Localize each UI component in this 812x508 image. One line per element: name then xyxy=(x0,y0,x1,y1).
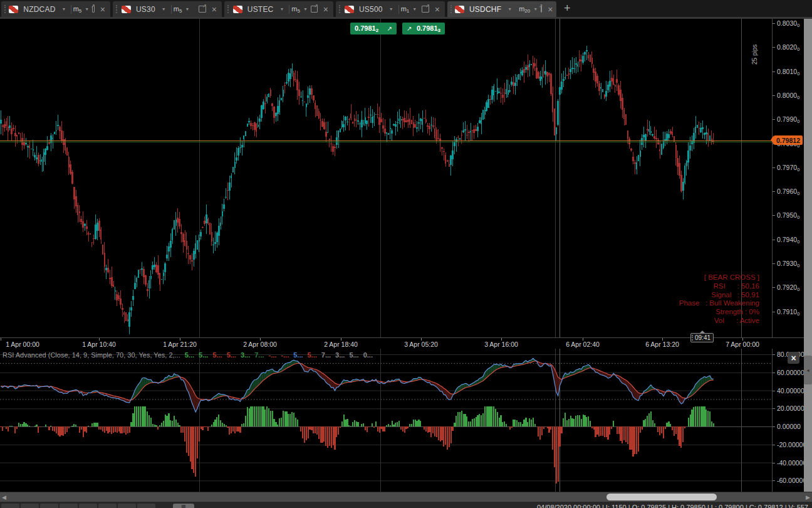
buy-button[interactable]: ↗ 0.79813 xyxy=(402,23,445,34)
scroll-right-icon[interactable]: ▶ xyxy=(806,494,810,500)
price-axis-label: 0.79300 xyxy=(777,260,799,268)
timeframe-dropdown-icon[interactable]: ▼ xyxy=(303,7,308,11)
timeframe-dropdown-icon[interactable]: ▼ xyxy=(533,7,538,11)
timeframe-label: m1 xyxy=(401,5,410,14)
close-tab-icon[interactable]: × xyxy=(548,5,553,14)
horizontal-scrollbar[interactable]: ◀ ▶ xyxy=(0,492,812,502)
right-panel-splitter[interactable]: ◂ xyxy=(804,19,812,492)
sell-button[interactable]: 0.79812 ↗ xyxy=(350,23,397,34)
time-axis[interactable]: 1 Apr 00:001 Apr 10:401 Apr 21:202 Apr 0… xyxy=(0,337,804,349)
price-tick xyxy=(773,167,775,168)
period-button[interactable] xyxy=(98,504,117,508)
tab-grip-icon xyxy=(450,5,452,13)
indicator-signal-readout: [ BEAR CROSS ] RSI : 50,16 Signal : 50,9… xyxy=(679,273,759,325)
close-tab-icon[interactable]: × xyxy=(100,5,105,14)
period-button[interactable] xyxy=(40,504,58,508)
period-button[interactable] xyxy=(137,504,155,508)
chart-shots-button[interactable]: ▦ xyxy=(173,504,194,508)
price-tick xyxy=(773,47,775,48)
current-price-line[interactable] xyxy=(0,140,772,141)
price-axis[interactable]: 0.803000.802000.801000.800000.799000.798… xyxy=(772,19,804,337)
rsi-tick xyxy=(773,463,775,463)
trading-platform-window: NZDCAD▼m5▼↗×US30▼m5▼↗×USTEC▼m5▼↗×US500▼m… xyxy=(0,0,812,508)
tab-symbol-label: NZDCAD xyxy=(23,5,55,14)
candlestick-chart[interactable] xyxy=(0,19,772,337)
current-price-tag: 0.79812 xyxy=(774,135,803,145)
tab-symbol-label: USTEC xyxy=(247,5,274,14)
detach-tab-icon[interactable]: ↗ xyxy=(199,6,206,13)
symbol-dropdown-icon[interactable]: ▼ xyxy=(162,7,166,11)
tab-divider xyxy=(398,5,399,14)
symbol-dropdown-icon[interactable]: ▼ xyxy=(279,7,284,11)
close-tab-icon[interactable]: × xyxy=(212,5,217,14)
detach-tab-icon[interactable]: ↗ xyxy=(92,6,95,13)
period-button[interactable] xyxy=(60,504,78,508)
rsi-param-value: 5... xyxy=(308,351,317,359)
rsi-tick xyxy=(773,480,775,481)
splitter-handle[interactable]: ◂ xyxy=(804,356,812,384)
rsi-indicator-pane[interactable] xyxy=(0,349,772,492)
rsi-param-value: 5... xyxy=(293,351,303,359)
price-axis-label: 0.79200 xyxy=(777,283,799,292)
rsi-axis-label: 40.00000 xyxy=(777,387,804,394)
rsi-axis-label: -60.00000 xyxy=(777,477,806,484)
price-tick xyxy=(773,215,775,216)
tab-usdchf[interactable]: USDCHF▼m20▼↗× xyxy=(447,1,556,17)
period-button[interactable] xyxy=(118,504,136,508)
time-axis-label: 2 Apr 18:40 xyxy=(318,341,363,348)
scrollbar-thumb[interactable] xyxy=(606,494,717,500)
rsi-param-value: 5... xyxy=(212,351,222,359)
countdown-grip-icon xyxy=(692,335,694,341)
period-button[interactable] xyxy=(21,504,39,508)
rsi-axis-label: 20.00000 xyxy=(777,405,804,412)
rsi-close-button[interactable]: × xyxy=(788,352,799,364)
candlestick-series xyxy=(0,46,714,335)
timeframe-dropdown-icon[interactable]: ▼ xyxy=(85,7,89,11)
scroll-left-icon[interactable]: ◀ xyxy=(2,494,6,500)
detach-tab-icon[interactable]: ↗ xyxy=(311,6,318,13)
rsi-param-value: -... xyxy=(269,351,277,359)
timeframe-dropdown-icon[interactable]: ▼ xyxy=(185,7,189,11)
price-tick xyxy=(773,287,775,288)
rsi-axis-label: -40.00000 xyxy=(777,459,806,467)
symbol-dropdown-icon[interactable]: ▼ xyxy=(508,7,512,11)
tab-us500[interactable]: US500▼m1▼↗× xyxy=(336,1,445,17)
detach-tab-icon[interactable]: ↗ xyxy=(422,6,429,13)
tab-nzdcad[interactable]: NZDCAD▼m5▼↗× xyxy=(1,1,110,17)
time-axis-label: 1 Apr 10:40 xyxy=(76,341,122,348)
price-tick xyxy=(773,71,775,72)
tab-us30[interactable]: US30▼m5▼↗× xyxy=(113,1,222,17)
rsi-indicator-header[interactable]: RSI Advanced (Close, 14, 9, Simple, 70, … xyxy=(3,351,373,359)
rsi-param-value: 7... xyxy=(254,351,264,359)
timeframe-label: m5 xyxy=(291,5,300,14)
close-tab-icon[interactable]: × xyxy=(323,5,328,14)
price-axis-label: 0.79100 xyxy=(777,308,799,317)
period-button[interactable] xyxy=(1,504,19,508)
price-tick xyxy=(773,191,775,192)
rsi-param-value: 7... xyxy=(321,351,331,359)
bid-price-line xyxy=(0,142,772,142)
rsi-value-axis[interactable]: 80.0000060.0000040.0000020.000000.00000-… xyxy=(772,349,804,492)
price-axis-label: 0.79900 xyxy=(777,115,799,124)
tab-symbol-label: US30 xyxy=(136,5,155,14)
timeframe-dropdown-icon[interactable]: ▼ xyxy=(412,7,417,11)
tab-ustec[interactable]: USTEC▼m5▼↗× xyxy=(224,1,333,17)
new-chart-button[interactable]: + xyxy=(564,2,571,14)
symbol-dropdown-icon[interactable]: ▼ xyxy=(62,7,66,11)
timeframe-label: m5 xyxy=(73,5,82,14)
tab-grip-icon xyxy=(339,5,341,13)
close-tab-icon[interactable]: × xyxy=(435,5,440,14)
symbol-dropdown-icon[interactable]: ▼ xyxy=(389,7,393,11)
rsi-param-value: 0... xyxy=(363,351,373,359)
buy-price: 0.79813 xyxy=(417,24,440,33)
price-axis-label: 0.80100 xyxy=(777,68,799,77)
period-button[interactable] xyxy=(79,504,97,508)
rsi-param-value: 3... xyxy=(335,351,345,359)
chart-tab-bar: NZDCAD▼m5▼↗×US30▼m5▼↗×USTEC▼m5▼↗×US500▼m… xyxy=(0,0,812,17)
bar-countdown-badge: 09:41 xyxy=(690,333,714,342)
time-axis-label: 7 Apr 00:00 xyxy=(720,341,765,348)
rsi-param-value: 5... xyxy=(185,351,194,359)
price-axis-label: 0.79400 xyxy=(777,236,799,245)
timeframe-label: m5 xyxy=(174,5,182,14)
detach-tab-icon[interactable]: ↗ xyxy=(541,6,542,13)
